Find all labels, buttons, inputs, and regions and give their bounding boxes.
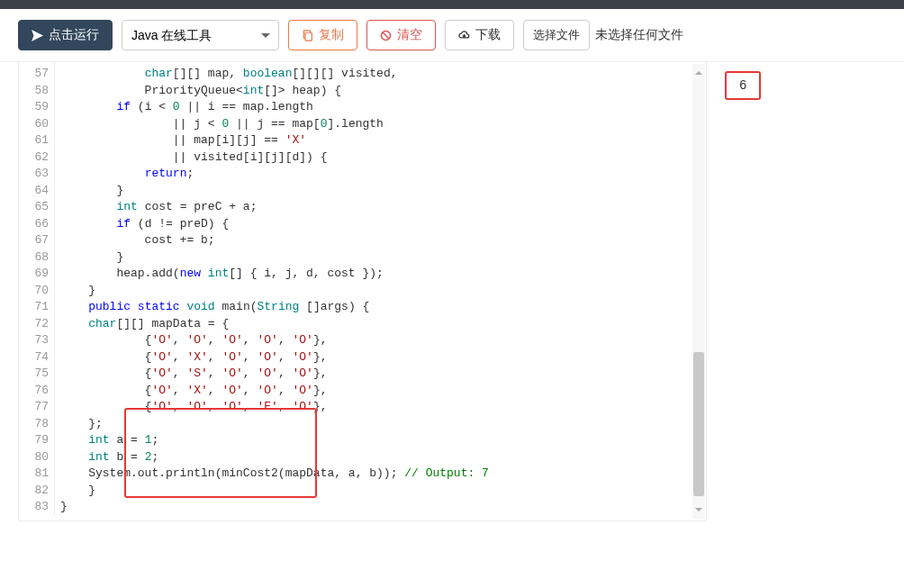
output-value: 6 [725,71,761,100]
scroll-down-icon[interactable] [695,508,702,515]
clear-button[interactable]: 清空 [366,20,436,50]
scroll-up-icon[interactable] [695,68,702,75]
line-number: 58 [19,83,54,100]
line-number: 62 [19,149,54,167]
code-content[interactable]: char[][] map, boolean[][][] visited, Pri… [55,62,706,520]
line-number: 80 [19,449,54,466]
choose-file-button[interactable]: 选择文件 [523,20,590,50]
language-select-wrap: Java 在线工具 [122,20,279,50]
line-number: 72 [19,316,54,333]
run-button[interactable]: 点击运行 [18,20,113,50]
vertical-scrollbar[interactable] [692,64,705,519]
main-area: 5758596061626364656667686970717273747576… [0,62,904,521]
line-number: 71 [19,299,54,316]
line-number: 65 [19,199,54,216]
language-select[interactable]: Java 在线工具 [122,20,279,50]
line-number: 60 [19,116,54,133]
line-number: 64 [19,183,54,200]
line-number: 66 [19,216,54,233]
copy-button-label: 复制 [319,27,344,43]
line-number: 76 [19,383,54,400]
line-number: 57 [19,66,54,83]
line-number: 73 [19,332,54,349]
no-file-label: 未选择任何文件 [595,27,683,43]
copy-icon [302,30,313,41]
line-number: 69 [19,266,54,283]
line-gutter: 5758596061626364656667686970717273747576… [19,62,55,516]
line-number: 70 [19,283,54,300]
copy-button[interactable]: 复制 [288,20,357,50]
line-number: 68 [19,249,54,267]
line-number: 82 [19,483,54,500]
line-number: 78 [19,416,54,433]
line-number: 75 [19,366,54,383]
send-icon [32,30,43,41]
toolbar: 点击运行 Java 在线工具 复制 清空 下载 选择文件 未选择任何文件 [0,9,904,62]
svg-rect-1 [305,32,312,41]
code-editor[interactable]: 5758596061626364656667686970717273747576… [18,62,707,521]
line-number: 63 [19,166,54,183]
line-number: 81 [19,466,54,483]
svg-line-3 [383,32,389,38]
download-button[interactable]: 下载 [445,20,514,50]
choose-file-label: 选择文件 [533,27,580,43]
ban-icon [380,30,392,41]
line-number: 74 [19,349,54,366]
output-pane: 6 [725,62,886,521]
clear-button-label: 清空 [397,27,422,43]
topbar [0,0,904,9]
line-number: 83 [19,499,54,516]
line-number: 67 [19,232,54,249]
line-number: 61 [19,132,54,149]
line-number: 77 [19,399,54,416]
download-button-label: 下载 [475,27,501,43]
line-number: 59 [19,99,54,116]
scrollbar-thumb[interactable] [693,352,704,496]
cloud-download-icon [458,30,470,41]
line-number: 79 [19,432,54,449]
run-button-label: 点击运行 [49,27,99,43]
